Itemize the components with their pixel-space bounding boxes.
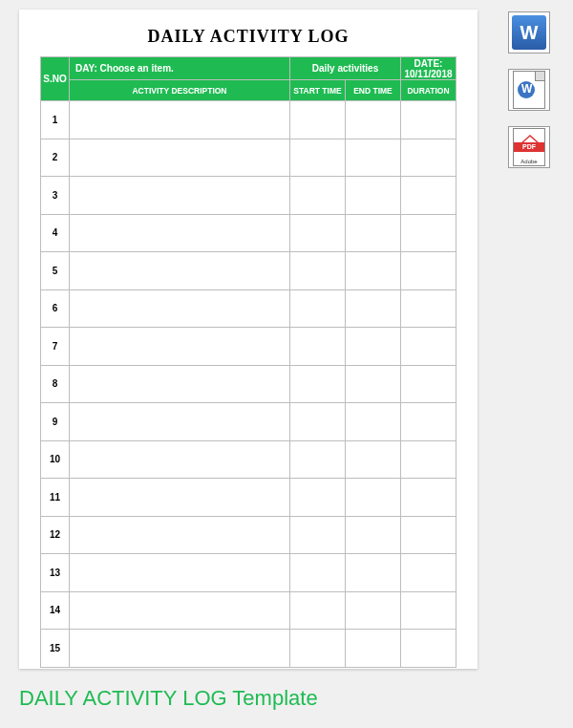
table-row: 8 (41, 365, 456, 403)
cell[interactable] (401, 328, 456, 366)
table-row: 10 (41, 440, 456, 479)
cell[interactable] (345, 214, 400, 252)
cell[interactable] (289, 177, 345, 215)
cell[interactable] (345, 403, 400, 441)
cell[interactable] (289, 214, 345, 252)
row-number: 5 (41, 252, 70, 290)
word-alt-icon (513, 71, 545, 109)
cell[interactable] (289, 479, 345, 517)
table-row: 1 (41, 101, 456, 139)
cell[interactable] (401, 177, 456, 215)
cell[interactable] (345, 252, 400, 290)
row-number: 1 (41, 101, 70, 139)
cell[interactable] (401, 214, 456, 252)
cell[interactable] (401, 440, 456, 479)
cell[interactable] (401, 252, 456, 290)
row-number: 3 (41, 177, 70, 215)
cell[interactable] (70, 252, 290, 290)
cell[interactable] (289, 139, 345, 177)
cell[interactable] (70, 403, 290, 441)
col-start: START TIME (289, 80, 345, 101)
cell[interactable] (401, 554, 456, 592)
cell[interactable] (345, 101, 400, 139)
hdr-date: DATE: 10/11/2018 (401, 57, 456, 80)
word-alt-icon-button[interactable] (508, 69, 550, 111)
col-desc: ACTIVITY DESCRIPTION (70, 80, 290, 101)
cell[interactable] (70, 516, 290, 554)
cell[interactable] (289, 516, 345, 554)
table-row: 9 (41, 403, 456, 441)
row-number: 4 (41, 214, 70, 252)
col-end: END TIME (345, 80, 400, 101)
col-sno: S.NO (41, 57, 70, 101)
table-row: 15 (41, 630, 456, 668)
page-title: DAILY ACTIVITY LOG (40, 27, 456, 47)
cell[interactable] (70, 214, 290, 252)
cell[interactable] (289, 289, 345, 328)
cell[interactable] (289, 403, 345, 441)
cell[interactable] (401, 101, 456, 139)
table-row: 4 (41, 214, 456, 252)
cell[interactable] (289, 554, 345, 592)
cell[interactable] (289, 252, 345, 290)
row-number: 12 (41, 516, 70, 554)
cell[interactable] (289, 101, 345, 139)
cell[interactable] (289, 630, 345, 668)
cell[interactable] (345, 440, 400, 479)
cell[interactable] (401, 479, 456, 517)
cell[interactable] (401, 403, 456, 441)
table-row: 3 (41, 177, 456, 215)
cell[interactable] (70, 479, 290, 517)
cell[interactable] (70, 554, 290, 592)
document-page: DAILY ACTIVITY LOG S.NO DAY: Choose an i… (19, 10, 478, 669)
cell[interactable] (289, 365, 345, 403)
row-number: 8 (41, 365, 70, 403)
cell[interactable] (401, 516, 456, 554)
cell[interactable] (70, 630, 290, 668)
cell[interactable] (401, 365, 456, 403)
caption-light: Template (227, 686, 318, 710)
cell[interactable] (70, 440, 290, 479)
cell[interactable] (345, 365, 400, 403)
table-row: 14 (41, 591, 456, 630)
caption: DAILY ACTIVITY LOG Template (19, 686, 318, 711)
cell[interactable] (345, 289, 400, 328)
pdf-icon: PDF Adobe (513, 128, 545, 166)
cell[interactable] (345, 591, 400, 630)
cell[interactable] (70, 289, 290, 328)
table-row: 11 (41, 479, 456, 517)
row-number: 2 (41, 139, 70, 177)
cell[interactable] (401, 591, 456, 630)
word-icon: W (512, 15, 546, 50)
cell[interactable] (345, 516, 400, 554)
cell[interactable] (70, 101, 290, 139)
row-number: 6 (41, 289, 70, 328)
cell[interactable] (289, 440, 345, 479)
download-icons: W PDF Adobe (508, 11, 554, 168)
cell[interactable] (401, 289, 456, 328)
pdf-icon-button[interactable]: PDF Adobe (508, 126, 550, 168)
cell[interactable] (70, 591, 290, 630)
pdf-brand: Adobe (514, 159, 544, 164)
table-row: 7 (41, 328, 456, 366)
cell[interactable] (70, 139, 290, 177)
row-number: 15 (41, 630, 70, 668)
cell[interactable] (345, 630, 400, 668)
cell[interactable] (70, 365, 290, 403)
cell[interactable] (401, 630, 456, 668)
cell[interactable] (289, 591, 345, 630)
cell[interactable] (345, 479, 400, 517)
cell[interactable] (401, 139, 456, 177)
cell[interactable] (345, 328, 400, 366)
cell[interactable] (345, 177, 400, 215)
cell[interactable] (70, 177, 290, 215)
row-number: 7 (41, 328, 70, 366)
cell[interactable] (345, 139, 400, 177)
caption-strong: DAILY ACTIVITY LOG (19, 686, 227, 710)
cell[interactable] (345, 554, 400, 592)
cell[interactable] (70, 328, 290, 366)
pdf-band: PDF (514, 142, 544, 152)
cell[interactable] (289, 328, 345, 366)
word-icon-button[interactable]: W (508, 11, 550, 54)
table-row: 13 (41, 554, 456, 592)
